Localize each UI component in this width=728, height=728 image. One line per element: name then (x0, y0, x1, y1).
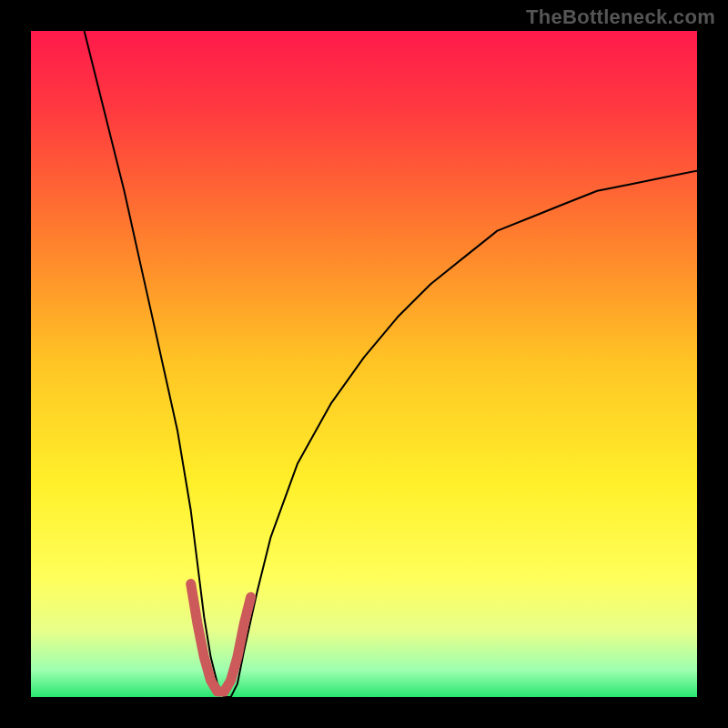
chart-container: TheBottleneck.com (0, 0, 728, 728)
watermark-label: TheBottleneck.com (526, 5, 715, 29)
chart-svg (0, 0, 728, 728)
plot-background (31, 31, 697, 697)
